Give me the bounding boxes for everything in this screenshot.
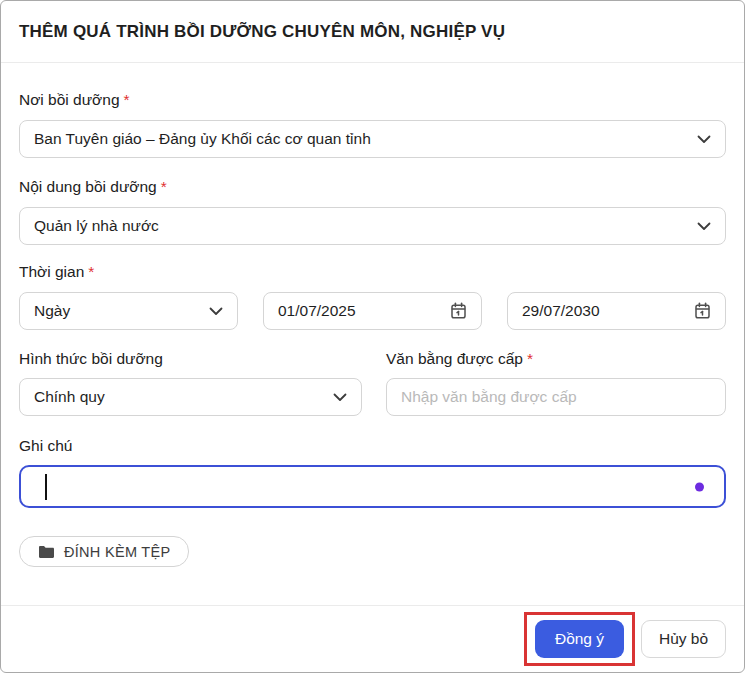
cancel-button[interactable]: Hủy bỏ	[641, 620, 726, 658]
add-training-dialog: THÊM QUÁ TRÌNH BỒI DƯỠNG CHUYÊN MÔN, NGH…	[0, 0, 745, 673]
extension-dot-icon	[695, 482, 704, 491]
required-asterisk: *	[527, 350, 533, 367]
chevron-down-icon	[697, 135, 711, 144]
end-date-value: 29/07/2030	[522, 302, 694, 320]
attach-file-button[interactable]: ĐÍNH KÈM TỆP	[19, 536, 189, 567]
training-form-select[interactable]: Chính quy	[19, 378, 362, 416]
required-asterisk: *	[161, 178, 167, 195]
end-date-input[interactable]: 29/07/2030	[507, 292, 726, 330]
dialog-body: Nơi bồi dưỡng* Ban Tuyên giáo – Đảng ủy …	[1, 91, 744, 567]
training-content-select[interactable]: Quản lý nhà nước	[19, 207, 726, 245]
attach-file-label: ĐÍNH KÈM TỆP	[64, 544, 170, 560]
calendar-icon[interactable]	[450, 302, 467, 320]
annotation-highlight-box: Đồng ý	[524, 612, 635, 666]
dialog-footer: Đồng ý Hủy bỏ	[1, 605, 744, 672]
ok-button[interactable]: Đồng ý	[535, 620, 624, 658]
chevron-down-icon	[209, 307, 223, 316]
start-date-input[interactable]: 01/07/2025	[263, 292, 482, 330]
folder-icon	[38, 545, 55, 559]
degree-input[interactable]	[386, 378, 726, 416]
dialog-header: THÊM QUÁ TRÌNH BỒI DƯỠNG CHUYÊN MÔN, NGH…	[1, 1, 744, 63]
note-input[interactable]	[19, 465, 726, 508]
dialog-title: THÊM QUÁ TRÌNH BỒI DƯỠNG CHUYÊN MÔN, NGH…	[19, 22, 505, 42]
text-caret	[45, 474, 47, 500]
note-label: Ghi chú	[19, 437, 726, 455]
training-form-value: Chính quy	[34, 388, 333, 406]
training-place-select[interactable]: Ban Tuyên giáo – Đảng ủy Khối các cơ qua…	[19, 120, 726, 158]
training-place-label: Nơi bồi dưỡng*	[19, 91, 726, 109]
time-label: Thời gian*	[19, 263, 726, 281]
degree-label: Văn bằng được cấp*	[386, 350, 726, 368]
required-asterisk: *	[88, 263, 94, 280]
chevron-down-icon	[697, 222, 711, 231]
training-place-value: Ban Tuyên giáo – Đảng ủy Khối các cơ qua…	[34, 130, 697, 148]
form-and-degree-row: Hình thức bồi dưỡng Chính quy Văn bằng đ…	[19, 350, 726, 416]
chevron-down-icon	[333, 393, 347, 402]
calendar-icon[interactable]	[694, 302, 711, 320]
time-unit-select[interactable]: Ngày	[19, 292, 238, 330]
training-content-label: Nội dung bồi dưỡng*	[19, 178, 726, 196]
training-content-value: Quản lý nhà nước	[34, 217, 697, 235]
required-asterisk: *	[124, 91, 130, 108]
time-row: Ngày 01/07/2025	[19, 292, 726, 330]
time-unit-value: Ngày	[34, 302, 209, 320]
start-date-value: 01/07/2025	[278, 302, 450, 320]
training-form-label: Hình thức bồi dưỡng	[19, 350, 362, 368]
